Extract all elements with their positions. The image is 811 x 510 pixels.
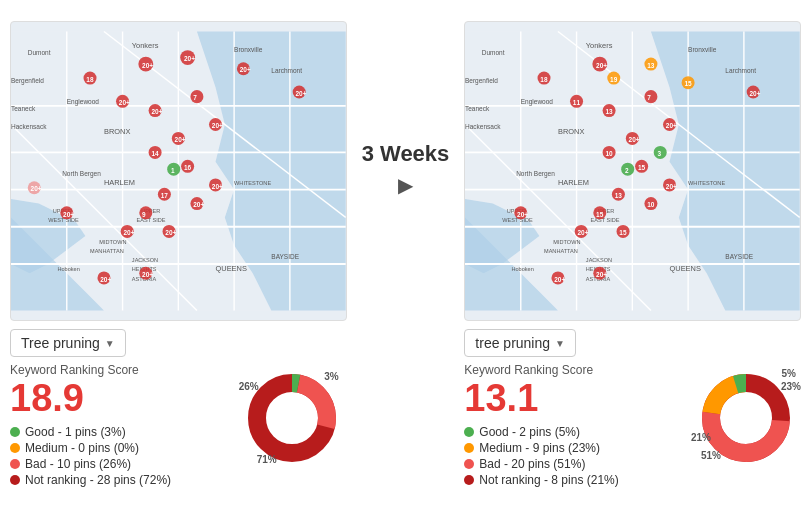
svg-text:BRONX: BRONX <box>558 127 584 136</box>
left-stats-left: Keyword Ranking Score 18.9 Good - 1 pins… <box>10 363 227 489</box>
svg-text:20+: 20+ <box>750 90 761 97</box>
right-legend-notranking: Not ranking - 8 pins (21%) <box>464 473 681 487</box>
right-keyword-row: tree pruning ▼ <box>464 329 801 357</box>
svg-text:13: 13 <box>615 192 623 199</box>
svg-text:10: 10 <box>648 201 656 208</box>
left-legend-notranking: Not ranking - 28 pins (72%) <box>10 473 227 487</box>
svg-text:18: 18 <box>541 76 549 83</box>
svg-text:7: 7 <box>648 94 652 101</box>
left-dot-notranking <box>10 475 20 485</box>
svg-text:20+: 20+ <box>212 183 223 190</box>
svg-text:20+: 20+ <box>142 62 153 69</box>
left-legend-bad-label: Bad - 10 pins (26%) <box>25 457 131 471</box>
right-map: Dumont Yonkers Bronxville Bergenfield La… <box>464 21 801 321</box>
left-map: Dumont Yonkers Bronxville Bergenfield La… <box>10 21 347 321</box>
left-keyword-label: Tree pruning <box>21 335 100 351</box>
svg-text:Teaneck: Teaneck <box>11 105 36 112</box>
svg-text:15: 15 <box>620 229 628 236</box>
right-pct-medium: 23% <box>781 381 801 392</box>
svg-text:MIDTOWN: MIDTOWN <box>99 239 126 245</box>
left-pct-notranking: 71% <box>257 454 277 465</box>
svg-text:QUEENS: QUEENS <box>216 264 247 273</box>
left-stats-section: Keyword Ranking Score 18.9 Good - 1 pins… <box>10 363 347 489</box>
svg-text:Hoboken: Hoboken <box>512 266 534 272</box>
right-panel: Dumont Yonkers Bronxville Bergenfield La… <box>464 21 801 489</box>
arrow-right-icon: ▶ <box>398 173 413 197</box>
svg-text:HARLEM: HARLEM <box>104 178 135 187</box>
svg-point-176 <box>722 394 770 442</box>
svg-text:Dumont: Dumont <box>482 49 505 56</box>
svg-text:20+: 20+ <box>31 185 42 192</box>
right-pct-notranking: 21% <box>691 432 711 443</box>
svg-text:20+: 20+ <box>142 271 153 278</box>
svg-text:20+: 20+ <box>212 122 223 129</box>
svg-text:North Bergen: North Bergen <box>62 170 101 178</box>
svg-text:20+: 20+ <box>123 229 134 236</box>
right-pct-bad: 51% <box>701 450 721 461</box>
svg-text:20+: 20+ <box>151 108 162 115</box>
svg-text:20+: 20+ <box>596 62 607 69</box>
svg-text:Yonkers: Yonkers <box>132 41 159 50</box>
right-dot-good <box>464 427 474 437</box>
weeks-label: 3 Weeks <box>362 141 450 167</box>
svg-text:JACKSON: JACKSON <box>586 257 612 263</box>
svg-text:14: 14 <box>151 150 159 157</box>
svg-text:Hackensack: Hackensack <box>465 123 501 130</box>
left-donut-chart: 3% 26% 71% <box>237 363 347 473</box>
svg-text:QUEENS: QUEENS <box>670 264 701 273</box>
left-legend-good-label: Good - 1 pins (3%) <box>25 425 126 439</box>
right-donut-chart: 5% 23% 51% 21% <box>691 363 801 473</box>
left-keyword-row: Tree pruning ▼ <box>10 329 347 357</box>
svg-text:MIDTOWN: MIDTOWN <box>554 239 581 245</box>
left-ranking-label: Keyword Ranking Score <box>10 363 227 377</box>
left-keyword-button[interactable]: Tree pruning ▼ <box>10 329 126 357</box>
svg-text:20+: 20+ <box>193 201 204 208</box>
svg-text:BRONX: BRONX <box>104 127 130 136</box>
svg-text:16: 16 <box>184 164 192 171</box>
svg-text:BAYSIDE: BAYSIDE <box>271 253 299 260</box>
svg-text:WHITESTONE: WHITESTONE <box>688 180 725 186</box>
right-legend-good-label: Good - 2 pins (5%) <box>479 425 580 439</box>
svg-text:20+: 20+ <box>517 211 528 218</box>
svg-text:20+: 20+ <box>555 276 566 283</box>
svg-text:1: 1 <box>171 167 175 174</box>
right-legend-medium: Medium - 9 pins (23%) <box>464 441 681 455</box>
svg-text:13: 13 <box>606 108 614 115</box>
svg-text:Yonkers: Yonkers <box>586 41 613 50</box>
right-ranking-score: 13.1 <box>464 379 681 417</box>
svg-text:3: 3 <box>658 150 662 157</box>
svg-text:10: 10 <box>606 150 614 157</box>
svg-text:Englewood: Englewood <box>521 98 554 106</box>
left-panel: Dumont Yonkers Bronxville Bergenfield La… <box>10 21 347 489</box>
svg-text:Englewood: Englewood <box>67 98 100 106</box>
svg-text:Bronxville: Bronxville <box>234 46 263 53</box>
svg-text:Bronxville: Bronxville <box>688 46 717 53</box>
left-ranking-score: 18.9 <box>10 379 227 417</box>
svg-text:WHITESTONE: WHITESTONE <box>234 180 271 186</box>
svg-text:15: 15 <box>638 164 646 171</box>
svg-text:MANHATTAN: MANHATTAN <box>90 248 124 254</box>
svg-text:JACKSON: JACKSON <box>132 257 158 263</box>
svg-text:19: 19 <box>610 76 618 83</box>
right-chevron-icon: ▼ <box>555 338 565 349</box>
right-dot-medium <box>464 443 474 453</box>
svg-text:20+: 20+ <box>175 136 186 143</box>
right-stats-section: Keyword Ranking Score 13.1 Good - 2 pins… <box>464 363 801 489</box>
right-ranking-label: Keyword Ranking Score <box>464 363 681 377</box>
svg-text:2: 2 <box>625 167 629 174</box>
right-keyword-button[interactable]: tree pruning ▼ <box>464 329 576 357</box>
svg-text:HARLEM: HARLEM <box>558 178 589 187</box>
timeline-divider: 3 Weeks ▶ <box>347 141 465 197</box>
left-legend-bad: Bad - 10 pins (26%) <box>10 457 227 471</box>
svg-text:BAYSIDE: BAYSIDE <box>726 253 754 260</box>
svg-text:North Bergen: North Bergen <box>516 170 555 178</box>
svg-text:20+: 20+ <box>63 211 74 218</box>
svg-text:20+: 20+ <box>165 229 176 236</box>
left-legend-notranking-label: Not ranking - 28 pins (72%) <box>25 473 171 487</box>
left-chevron-icon: ▼ <box>105 338 115 349</box>
svg-text:13: 13 <box>648 62 656 69</box>
right-dot-bad <box>464 459 474 469</box>
left-dot-medium <box>10 443 20 453</box>
left-legend-medium-label: Medium - 0 pins (0%) <box>25 441 139 455</box>
right-dot-notranking <box>464 475 474 485</box>
